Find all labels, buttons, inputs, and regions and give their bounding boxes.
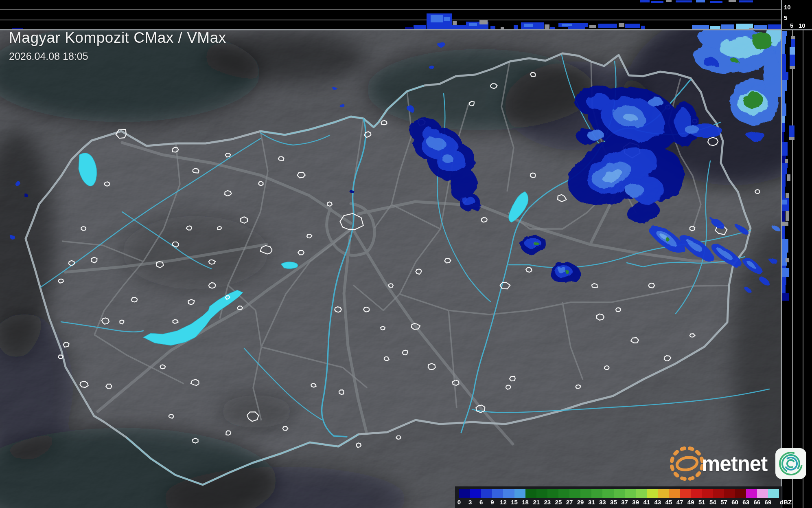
radar-composite-map: 10 5 5 10 — [0, 0, 812, 508]
legend-swatch — [757, 489, 768, 498]
echo-profile-segment — [524, 24, 533, 27]
echo-profile-segment — [782, 44, 785, 54]
legend-tick-label: 41 — [643, 499, 650, 506]
echo-profile-segment — [786, 258, 789, 262]
legend-tick-label: 60 — [731, 499, 738, 506]
legend-swatch — [713, 489, 724, 498]
echo-profile-segment — [782, 239, 788, 253]
echo-profile-segment — [619, 23, 624, 27]
legend-tick-label: 9 — [490, 499, 494, 506]
echo-profile-segment — [789, 125, 794, 137]
altitude-label-10km: 10 — [784, 4, 791, 11]
echo-profile-segment — [782, 123, 785, 132]
echo-profile-segment — [589, 25, 596, 28]
echo-profile-segment — [640, 0, 650, 2]
legend-tick-label: 15 — [511, 499, 518, 506]
echo-profile-segment — [787, 174, 790, 181]
echo-profile-segment — [625, 24, 640, 28]
legend-swatch — [625, 489, 636, 498]
legend-swatch — [636, 489, 647, 498]
legend-tick-label: 12 — [500, 499, 507, 506]
echo-profile-segment — [782, 163, 788, 168]
radar-echo — [732, 59, 738, 64]
echo-profile-segment — [676, 0, 692, 2]
legend-tick-label: 47 — [676, 499, 683, 506]
radar-echo — [685, 125, 699, 134]
echo-profile-segment — [710, 1, 722, 3]
radar-echo — [339, 103, 344, 108]
legend-tick-label: 49 — [687, 499, 694, 506]
radar-echo — [10, 235, 15, 239]
echo-profile-segment — [782, 200, 787, 205]
legend-tick-label: 0 — [457, 499, 461, 506]
echo-profile-segment — [562, 24, 572, 26]
echo-profile-segment — [692, 25, 709, 30]
legend-unit-label: dBZ — [780, 499, 792, 506]
reflectivity-legend: 0369121518212325272931333537394143454749… — [455, 486, 783, 508]
echo-profile-segment — [786, 193, 789, 198]
legend-swatch — [669, 489, 680, 498]
echo-profile-segment — [782, 231, 785, 239]
echo-profile-segment — [782, 31, 787, 36]
echo-profile-segment — [431, 15, 443, 22]
echo-profile-segment — [514, 25, 518, 30]
legend-swatch — [680, 489, 691, 498]
radar-echo — [442, 155, 453, 163]
echo-profile-segment — [782, 222, 788, 226]
legend-swatch — [702, 489, 713, 498]
radar-echo — [587, 129, 603, 140]
radar-echo — [438, 42, 445, 48]
radar-echo — [22, 192, 26, 196]
echo-profile-segment — [782, 168, 787, 174]
legend-swatch — [536, 489, 547, 498]
echo-profile-segment — [790, 66, 795, 69]
echo-profile-segment — [791, 36, 795, 39]
legend-tick-label: 21 — [533, 499, 540, 506]
legend-tick-label: 33 — [599, 499, 606, 506]
legend-swatch — [547, 489, 558, 498]
echo-profile-segment — [490, 26, 495, 30]
legend-tick-label: 18 — [522, 499, 529, 506]
sun-icon — [667, 443, 704, 484]
radar-app-window: 10 5 5 10 Magyar Kompozit CMax / VMax 20… — [0, 0, 812, 508]
legend-tick-label: 29 — [577, 499, 584, 506]
legend-swatch — [503, 489, 514, 498]
legend-tick-label: 31 — [588, 499, 595, 506]
echo-profile-segment — [710, 26, 720, 30]
radar-echo — [430, 66, 435, 70]
legend-tick-label: 43 — [654, 499, 661, 506]
echo-profile-segment — [414, 25, 426, 30]
legend-tick-label: 23 — [544, 499, 551, 506]
echo-profile-segment — [469, 23, 477, 26]
legend-tick-label: 39 — [632, 499, 639, 506]
radar-echo — [626, 184, 644, 198]
altitude-label-right-10km: 10 — [799, 22, 805, 29]
echo-profile-segment — [479, 20, 488, 24]
legend-tick-label: 66 — [753, 499, 760, 506]
radar-echo — [770, 259, 778, 264]
altitude-label-5km: 5 — [784, 14, 787, 21]
legend-tick-label: 51 — [698, 499, 705, 506]
radar-echo — [350, 191, 355, 194]
echo-profile-segment — [545, 24, 549, 30]
echo-profile-segment — [721, 24, 734, 30]
echo-profile-segment — [729, 0, 736, 2]
altitude-label-right-5km: 5 — [790, 22, 793, 29]
legend-swatch — [470, 489, 481, 498]
radar-echo — [427, 137, 445, 150]
timestamp: 2026.04.08 18:05 — [9, 51, 226, 62]
echo-profile-segment — [568, 26, 585, 30]
legend-swatch — [602, 489, 613, 498]
echo-profile-segment — [791, 39, 795, 47]
legend-swatch — [768, 489, 779, 498]
echo-profile-segment — [453, 21, 457, 25]
legend-swatch — [658, 489, 669, 498]
radar-echo — [648, 97, 663, 107]
legend-swatch — [735, 489, 746, 498]
echo-profile-segment — [782, 103, 786, 116]
header: Magyar Kompozit CMax / VMax 2026.04.08 1… — [9, 29, 226, 62]
legend-swatch — [724, 489, 735, 498]
legend-tick-label: 35 — [610, 499, 617, 506]
echo-profile-segment — [666, 0, 672, 2]
legend-swatch — [691, 489, 702, 498]
